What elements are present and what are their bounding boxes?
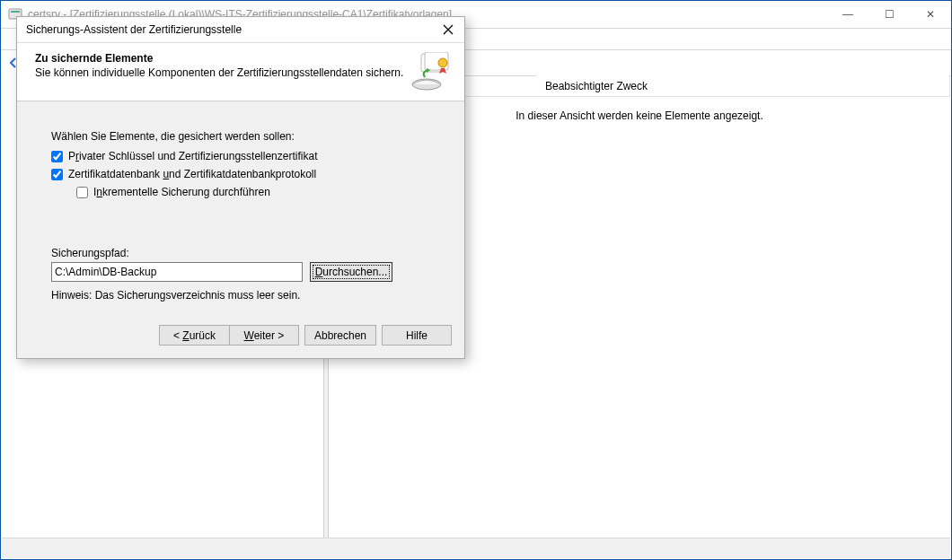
dialog-subheading: Sie können individuelle Komponenten der …: [35, 66, 409, 79]
private-key-label[interactable]: Privater Schlüssel und Zertifizierungsst…: [68, 150, 317, 162]
certificate-backup-icon: [409, 52, 454, 92]
cancel-button[interactable]: Abbrechen: [304, 325, 376, 346]
incremental-label[interactable]: Inkrementelle Sicherung durchführen: [93, 186, 270, 198]
dialog-close-button[interactable]: [436, 20, 461, 39]
select-elements-label: Wählen Sie Elemente, die gesichert werde…: [51, 130, 437, 143]
backup-path-label: Sicherungspfad:: [51, 247, 437, 259]
next-button[interactable]: Weiter >: [229, 325, 299, 346]
back-button[interactable]: < Zurück: [159, 325, 229, 346]
minimize-button[interactable]: —: [827, 1, 868, 28]
dialog-titlebar: Sicherungs-Assistent der Zertifizierungs…: [17, 17, 464, 43]
dialog-heading: Zu sichernde Elemente: [35, 52, 409, 65]
close-button[interactable]: ✕: [910, 1, 951, 28]
backup-path-input[interactable]: [51, 262, 303, 282]
cert-database-label[interactable]: Zertifikatdatenbank und Zertifikatdatenb…: [68, 168, 316, 180]
option-private-key: Privater Schlüssel und Zertifizierungsst…: [51, 150, 437, 162]
cert-database-checkbox[interactable]: [51, 169, 63, 180]
incremental-checkbox[interactable]: [76, 187, 88, 198]
dialog-header: Zu sichernde Elemente Sie können individ…: [17, 43, 464, 101]
private-key-checkbox[interactable]: [51, 151, 63, 162]
backup-hint: Hinweis: Das Sicherungsverzeichnis muss …: [51, 289, 437, 302]
dialog-title: Sicherungs-Assistent der Zertifizierungs…: [26, 23, 436, 36]
help-button[interactable]: Hilfe: [382, 325, 452, 346]
svg-point-6: [438, 58, 447, 67]
dialog-body: Wählen Sie Elemente, die gesichert werde…: [17, 101, 464, 316]
svg-rect-1: [11, 11, 20, 13]
maximize-button[interactable]: ☐: [868, 1, 910, 28]
option-incremental: Inkrementelle Sicherung durchführen: [76, 186, 437, 198]
dialog-footer: < Zurück Weiter > Abbrechen Hilfe: [17, 316, 464, 358]
browse-button[interactable]: DDurchsuchen...urchsuchen...: [310, 262, 392, 282]
window-controls: — ☐ ✕: [827, 1, 951, 28]
backup-wizard-dialog: Sicherungs-Assistent der Zertifizierungs…: [16, 16, 465, 359]
status-bar: [2, 538, 950, 558]
column-purpose[interactable]: Beabsichtigter Zweck: [536, 74, 950, 96]
backup-path-section: Sicherungspfad: DDurchsuchen...urchsuche…: [51, 247, 437, 302]
option-cert-database: Zertifikatdatenbank und Zertifikatdatenb…: [51, 168, 437, 180]
